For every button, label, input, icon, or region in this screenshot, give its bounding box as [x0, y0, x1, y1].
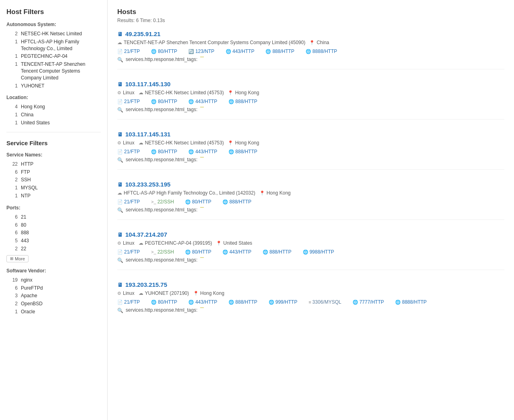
port-link[interactable]: 📄21/FTP	[117, 149, 140, 154]
cloud-icon: ☁	[139, 240, 143, 246]
tag-value: Metamask授权管理	[200, 107, 204, 108]
host-card: 🖥103.117.145.131⚙ Linux☁ NETSEC-HK Netse…	[117, 131, 504, 170]
location-icon: 📍	[228, 140, 233, 146]
tag-key: services.http.response.html_tags:	[126, 207, 198, 213]
list-item[interactable]: 680	[6, 222, 101, 229]
port-link[interactable]: 🌐888/HTTP	[265, 49, 294, 54]
location-label: Location:	[6, 95, 101, 100]
count: 19	[6, 277, 18, 284]
count: 6	[6, 214, 18, 221]
list-item[interactable]: 2OpenBSD	[6, 300, 101, 307]
count: 1	[6, 83, 18, 89]
list-item[interactable]: 5443	[6, 237, 101, 244]
port-link[interactable]: 🌐999/HTTP	[269, 299, 298, 305]
list-item[interactable]: 6888	[6, 229, 101, 236]
port-link[interactable]: 📄21/FTP	[117, 49, 140, 54]
more-ports-label: More	[15, 256, 25, 261]
list-item[interactable]: 2NETSEC-HK Netsec Limited	[6, 30, 101, 37]
port-link[interactable]: 🌐888/HTTP	[228, 99, 257, 104]
list-item[interactable]: 6PureFTPd	[6, 285, 101, 292]
list-item[interactable]: 621	[6, 214, 101, 221]
port-link[interactable]: 🌐443/HTTP	[188, 99, 217, 104]
settings-icon: ⚙	[117, 140, 121, 146]
sidebar-title: Host Filters	[6, 8, 101, 16]
list-item[interactable]: 1MYSQL	[6, 185, 101, 191]
search-icon: 🔍	[117, 107, 123, 113]
list-item[interactable]: 4Hong Kong	[6, 103, 101, 110]
port-link[interactable]: 📄21/FTP	[117, 99, 140, 104]
port-link[interactable]: 🌐888/HTTP	[228, 149, 257, 154]
port-link[interactable]: 🌐8888/HTTP	[395, 299, 426, 305]
port-link[interactable]: 🌐888/HTTP	[228, 299, 257, 305]
port-link[interactable]: 🌐9988/HTTP	[303, 249, 334, 255]
list-item[interactable]: 2SSH	[6, 177, 101, 183]
db-icon: ≡	[308, 300, 311, 304]
globe-icon: 🌐	[228, 300, 234, 305]
file-icon: 📄	[117, 49, 123, 54]
port-link[interactable]: 🌐80/HTTP	[185, 199, 211, 205]
list-item[interactable]: 6FTP	[6, 169, 101, 176]
ports-row: 📄21/FTP🌐80/HTTP🌐443/HTTP🌐888/HTTP	[117, 149, 504, 154]
list-item[interactable]: 1HFTCL-AS-AP High Family Technology Co.,…	[6, 39, 101, 52]
results-meta: Results: 6 Time: 0.13s	[117, 18, 504, 23]
more-ports-button[interactable]: ⊞ More	[6, 255, 29, 262]
port-link[interactable]: 📄21/FTP	[117, 299, 140, 305]
sidebar: Host Filters Autonomous System: 2NETSEC-…	[0, 0, 108, 420]
ports-label: Ports:	[6, 205, 101, 211]
list-item[interactable]: 1Oracle	[6, 308, 101, 315]
tag-value: Metamask授权管理	[200, 307, 204, 308]
host-location: 📍 China	[309, 40, 329, 45]
port-link[interactable]: 🌐443/HTTP	[188, 149, 217, 154]
host-location: 📍 Hong Kong	[228, 140, 259, 146]
port-link[interactable]: 🌐443/HTTP	[226, 49, 255, 54]
globe-icon: 🌐	[263, 250, 268, 255]
host-ip-link[interactable]: 🖥103.117.145.131	[117, 131, 171, 138]
port-link[interactable]: >_22/SSH	[151, 199, 174, 205]
port-link[interactable]: ≡3306/MYSQL	[308, 299, 341, 305]
port-link[interactable]: 📄21/FTP	[117, 199, 140, 205]
globe-icon: 🌐	[222, 250, 228, 255]
host-ip-link[interactable]: 🖥103.233.253.195	[117, 181, 171, 188]
port-link[interactable]: 📄21/FTP	[117, 249, 140, 255]
port-link[interactable]: 🔄123/NTP	[188, 49, 214, 54]
port-link[interactable]: 🌐80/HTTP	[151, 99, 177, 104]
host-location: 📍 Hong Kong	[228, 90, 259, 95]
file-icon: 📄	[117, 250, 123, 255]
ports-row: 📄21/FTP🌐80/HTTP🌐443/HTTP🌐888/HTTP🌐999/HT…	[117, 299, 504, 305]
service-filters-title: Service Filters	[6, 140, 101, 146]
port-link[interactable]: >_22/SSH	[151, 249, 174, 255]
port-link[interactable]: 🌐8888/HTTP	[306, 49, 337, 54]
list-item[interactable]: 1TENCENT-NET-AP Shenzhen Tencent Compute…	[6, 61, 101, 81]
host-ip-link[interactable]: 🖥193.203.215.75	[117, 281, 167, 288]
filter-name: FTP	[21, 169, 30, 176]
count: 3	[6, 292, 18, 299]
port-link[interactable]: 🌐888/HTTP	[222, 199, 251, 205]
list-item[interactable]: 1China	[6, 112, 101, 118]
monitor-icon: 🖥	[117, 131, 123, 138]
host-ip-link[interactable]: 🖥104.37.214.207	[117, 231, 167, 238]
port-link[interactable]: 🌐888/HTTP	[263, 249, 292, 255]
filter-name: nginx	[21, 277, 33, 284]
tag-key: services.http.response.html_tags:	[126, 157, 198, 162]
list-item[interactable]: 22HTTP	[6, 161, 101, 168]
host-ip-link[interactable]: 🖥103.117.145.130	[117, 81, 171, 87]
list-item[interactable]: 3Apache	[6, 292, 101, 299]
port-link[interactable]: 🌐7777/HTTP	[353, 299, 384, 305]
list-item[interactable]: 1NTP	[6, 193, 101, 199]
list-item[interactable]: 19nginx	[6, 277, 101, 284]
list-item[interactable]: 1YUHONET	[6, 83, 101, 89]
list-item[interactable]: 1PEGTECHINC-AP-04	[6, 53, 101, 60]
host-os: ⚙ Linux	[117, 140, 135, 146]
port-link[interactable]: 🌐443/HTTP	[222, 249, 251, 255]
host-ip-link[interactable]: 🖥49.235.91.21	[117, 30, 161, 37]
port-link[interactable]: 🌐443/HTTP	[188, 299, 217, 305]
port-link[interactable]: 🌐80/HTTP	[151, 149, 177, 154]
list-item[interactable]: 1United States	[6, 120, 101, 126]
port-link[interactable]: 🌐80/HTTP	[151, 49, 177, 54]
port-link[interactable]: 🌐80/HTTP	[151, 299, 177, 305]
count: 2	[6, 177, 18, 183]
globe-icon: 🌐	[188, 300, 194, 305]
port-link[interactable]: 🌐80/HTTP	[185, 249, 211, 255]
grid-icon: ⊞	[10, 256, 13, 261]
list-item[interactable]: 222	[6, 246, 101, 252]
